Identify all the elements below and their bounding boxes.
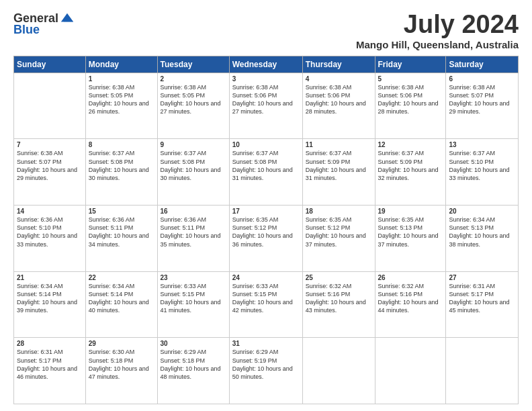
cell-info: Sunrise: 6:37 AMSunset: 5:09 PMDaylight:…	[378, 149, 443, 182]
cell-info: Sunrise: 6:35 AMSunset: 5:12 PMDaylight:…	[232, 216, 300, 248]
calendar-cell: 26Sunrise: 6:32 AMSunset: 5:16 PMDayligh…	[375, 271, 446, 338]
cell-info: Sunrise: 6:37 AMSunset: 5:08 PMDaylight:…	[232, 149, 300, 182]
day-number: 23	[161, 274, 226, 281]
day-number: 13	[449, 141, 515, 148]
calendar-cell: 23Sunrise: 6:33 AMSunset: 5:15 PMDayligh…	[157, 271, 229, 338]
day-number: 24	[232, 274, 300, 281]
cell-info: Sunrise: 6:32 AMSunset: 5:16 PMDaylight:…	[378, 282, 443, 315]
cell-info: Sunrise: 6:31 AMSunset: 5:17 PMDaylight:…	[449, 282, 515, 315]
col-header-friday: Friday	[375, 56, 446, 73]
subtitle: Mango Hill, Queensland, Australia	[356, 39, 519, 50]
cell-info: Sunrise: 6:38 AMSunset: 5:06 PMDaylight:…	[306, 83, 372, 116]
calendar-body: 1Sunrise: 6:38 AMSunset: 5:05 PMDaylight…	[14, 73, 519, 404]
cell-info: Sunrise: 6:36 AMSunset: 5:10 PMDaylight:…	[17, 216, 83, 248]
calendar-cell	[446, 338, 519, 404]
col-header-monday: Monday	[85, 56, 157, 73]
day-number: 29	[89, 340, 154, 347]
calendar-cell: 7Sunrise: 6:38 AMSunset: 5:07 PMDaylight…	[14, 139, 86, 205]
cell-info: Sunrise: 6:35 AMSunset: 5:13 PMDaylight:…	[378, 216, 443, 248]
day-number: 14	[17, 208, 83, 215]
cell-info: Sunrise: 6:32 AMSunset: 5:16 PMDaylight:…	[306, 282, 372, 315]
day-number: 2	[161, 75, 226, 83]
cell-info: Sunrise: 6:37 AMSunset: 5:08 PMDaylight:…	[161, 149, 226, 182]
week-row-0: 1Sunrise: 6:38 AMSunset: 5:05 PMDaylight…	[14, 73, 519, 139]
calendar-header-row: SundayMondayTuesdayWednesdayThursdayFrid…	[14, 56, 519, 73]
header: General Blue July 2024 Mango Hill, Queen…	[13, 11, 519, 50]
day-number: 7	[17, 141, 83, 148]
cell-info: Sunrise: 6:38 AMSunset: 5:06 PMDaylight:…	[378, 83, 443, 116]
cell-info: Sunrise: 6:38 AMSunset: 5:05 PMDaylight:…	[161, 83, 226, 116]
day-number: 18	[306, 208, 372, 215]
calendar-cell: 19Sunrise: 6:35 AMSunset: 5:13 PMDayligh…	[375, 205, 446, 272]
day-number: 22	[89, 274, 154, 281]
day-number: 11	[306, 141, 372, 148]
col-header-wednesday: Wednesday	[229, 56, 302, 73]
day-number: 25	[306, 274, 372, 281]
calendar-table: SundayMondayTuesdayWednesdayThursdayFrid…	[13, 56, 519, 404]
day-number: 1	[89, 75, 154, 83]
calendar-cell: 21Sunrise: 6:34 AMSunset: 5:14 PMDayligh…	[14, 271, 86, 338]
calendar-cell: 11Sunrise: 6:37 AMSunset: 5:09 PMDayligh…	[302, 139, 375, 205]
calendar-cell: 13Sunrise: 6:37 AMSunset: 5:10 PMDayligh…	[446, 139, 519, 205]
calendar-cell: 16Sunrise: 6:36 AMSunset: 5:11 PMDayligh…	[157, 205, 229, 272]
calendar-cell: 15Sunrise: 6:36 AMSunset: 5:11 PMDayligh…	[85, 205, 157, 272]
calendar-cell: 3Sunrise: 6:38 AMSunset: 5:06 PMDaylight…	[229, 73, 302, 139]
cell-info: Sunrise: 6:29 AMSunset: 5:18 PMDaylight:…	[161, 348, 226, 381]
day-number: 5	[378, 75, 443, 83]
day-number: 3	[232, 75, 300, 83]
calendar-cell: 5Sunrise: 6:38 AMSunset: 5:06 PMDaylight…	[375, 73, 446, 139]
cell-info: Sunrise: 6:37 AMSunset: 5:10 PMDaylight:…	[449, 149, 515, 182]
title-block: July 2024 Mango Hill, Queensland, Austra…	[356, 11, 519, 50]
cell-info: Sunrise: 6:38 AMSunset: 5:06 PMDaylight:…	[232, 83, 300, 116]
calendar-cell: 28Sunrise: 6:31 AMSunset: 5:17 PMDayligh…	[14, 338, 86, 404]
day-number: 15	[89, 208, 154, 215]
cell-info: Sunrise: 6:34 AMSunset: 5:14 PMDaylight:…	[89, 282, 154, 315]
logo-icon	[60, 11, 75, 26]
day-number: 30	[161, 340, 226, 347]
week-row-4: 28Sunrise: 6:31 AMSunset: 5:17 PMDayligh…	[14, 338, 519, 404]
calendar-cell: 18Sunrise: 6:35 AMSunset: 5:12 PMDayligh…	[302, 205, 375, 272]
day-number: 16	[161, 208, 226, 215]
calendar-cell: 29Sunrise: 6:30 AMSunset: 5:18 PMDayligh…	[85, 338, 157, 404]
day-number: 20	[449, 208, 515, 215]
calendar-cell: 4Sunrise: 6:38 AMSunset: 5:06 PMDaylight…	[302, 73, 375, 139]
calendar-cell: 10Sunrise: 6:37 AMSunset: 5:08 PMDayligh…	[229, 139, 302, 205]
calendar-cell: 27Sunrise: 6:31 AMSunset: 5:17 PMDayligh…	[446, 271, 519, 338]
day-number: 6	[449, 75, 515, 83]
col-header-sunday: Sunday	[14, 56, 86, 73]
cell-info: Sunrise: 6:30 AMSunset: 5:18 PMDaylight:…	[89, 348, 154, 381]
calendar-cell: 17Sunrise: 6:35 AMSunset: 5:12 PMDayligh…	[229, 205, 302, 272]
day-number: 26	[378, 274, 443, 281]
logo-blue: Blue	[13, 23, 40, 37]
calendar-cell: 25Sunrise: 6:32 AMSunset: 5:16 PMDayligh…	[302, 271, 375, 338]
cell-info: Sunrise: 6:34 AMSunset: 5:13 PMDaylight:…	[449, 216, 515, 248]
day-number: 17	[232, 208, 300, 215]
main-title: July 2024	[356, 11, 519, 39]
cell-info: Sunrise: 6:37 AMSunset: 5:08 PMDaylight:…	[89, 149, 154, 182]
calendar-cell: 24Sunrise: 6:33 AMSunset: 5:15 PMDayligh…	[229, 271, 302, 338]
day-number: 4	[306, 75, 372, 83]
calendar-cell: 20Sunrise: 6:34 AMSunset: 5:13 PMDayligh…	[446, 205, 519, 272]
day-number: 8	[89, 141, 154, 148]
calendar-cell: 9Sunrise: 6:37 AMSunset: 5:08 PMDaylight…	[157, 139, 229, 205]
day-number: 27	[449, 274, 515, 281]
week-row-1: 7Sunrise: 6:38 AMSunset: 5:07 PMDaylight…	[14, 139, 519, 205]
logo: General Blue	[13, 11, 75, 37]
cell-info: Sunrise: 6:38 AMSunset: 5:07 PMDaylight:…	[17, 149, 83, 182]
calendar-cell: 6Sunrise: 6:38 AMSunset: 5:07 PMDaylight…	[446, 73, 519, 139]
week-row-3: 21Sunrise: 6:34 AMSunset: 5:14 PMDayligh…	[14, 271, 519, 338]
day-number: 28	[17, 340, 83, 347]
cell-info: Sunrise: 6:38 AMSunset: 5:05 PMDaylight:…	[89, 83, 154, 116]
cell-info: Sunrise: 6:33 AMSunset: 5:15 PMDaylight:…	[161, 282, 226, 315]
calendar-cell	[302, 338, 375, 404]
day-number: 19	[378, 208, 443, 215]
calendar-cell: 8Sunrise: 6:37 AMSunset: 5:08 PMDaylight…	[85, 139, 157, 205]
cell-info: Sunrise: 6:38 AMSunset: 5:07 PMDaylight:…	[449, 83, 515, 116]
calendar-cell: 12Sunrise: 6:37 AMSunset: 5:09 PMDayligh…	[375, 139, 446, 205]
day-number: 31	[232, 340, 300, 347]
calendar-cell	[14, 73, 86, 139]
page: General Blue July 2024 Mango Hill, Queen…	[0, 0, 532, 411]
calendar-cell: 22Sunrise: 6:34 AMSunset: 5:14 PMDayligh…	[85, 271, 157, 338]
day-number: 9	[161, 141, 226, 148]
cell-info: Sunrise: 6:37 AMSunset: 5:09 PMDaylight:…	[306, 149, 372, 182]
